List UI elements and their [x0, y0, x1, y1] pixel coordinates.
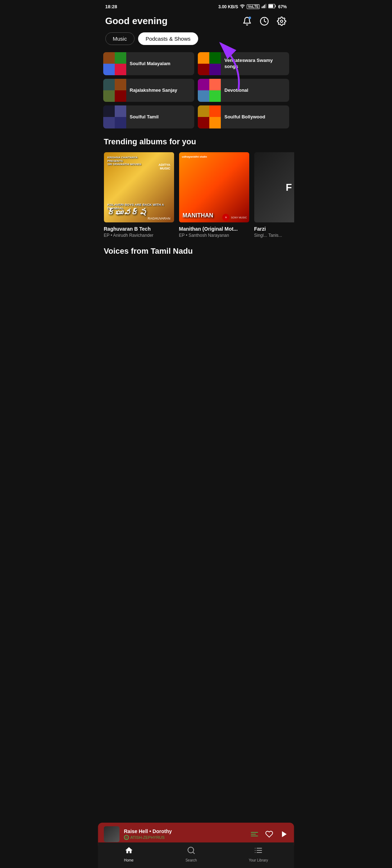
tabs-container: Music Podcasts & Shows	[98, 32, 294, 52]
album-card-manithan[interactable]: udhayanidhi stalin MANITHAN S SONY MUSIC…	[179, 152, 249, 238]
grid-card-soulful-tamil[interactable]: Soulful Tamil	[103, 105, 195, 128]
bell-button[interactable]	[242, 16, 252, 27]
battery-icon	[268, 4, 276, 9]
album-cover: udhayanidhi stalin MANITHAN S SONY MUSIC	[179, 152, 249, 222]
grid-card-devotional[interactable]: Devotional	[198, 79, 289, 102]
signal-icon	[261, 4, 266, 10]
album-card-farzi[interactable]: F Farzi Singl... Tanis...	[254, 152, 294, 238]
header-icons	[242, 16, 287, 27]
status-time: 18:28	[105, 4, 117, 9]
tab-podcasts[interactable]: Podcasts & Shows	[138, 32, 198, 45]
grid-card-img	[103, 52, 126, 75]
svg-rect-6	[275, 5, 276, 7]
quick-grid: Soulful Malayalam Venkateswara Swamy son…	[98, 52, 294, 137]
svg-point-9	[280, 20, 283, 22]
settings-button[interactable]	[276, 16, 287, 27]
trending-section-title: Trending albums for you	[98, 137, 294, 152]
album-name: Manithan (Original Mot...	[179, 226, 249, 232]
grid-card-img	[103, 105, 126, 128]
album-name: Raghuvaran B Tech	[104, 226, 174, 232]
album-sub: EP • Santhosh Narayanan	[179, 233, 249, 238]
wifi-icon	[240, 4, 245, 10]
album-name: Farzi	[254, 226, 294, 232]
greeting-text: Good evening	[105, 15, 168, 27]
svg-rect-2	[263, 6, 264, 8]
volte-icon: VoLTE	[247, 4, 260, 9]
album-card-rbt[interactable]: KRISHNA CHAITANYAPRESENTSSRI SRAVANTHI M…	[104, 152, 174, 238]
grid-card-venkateswara[interactable]: Venkateswara Swamy songs	[198, 52, 289, 75]
svg-point-0	[242, 8, 243, 8]
svg-rect-1	[262, 6, 263, 8]
grid-card-label: Venkateswara Swamy songs	[221, 58, 289, 70]
network-speed: 3.00 KB/S	[218, 4, 238, 9]
album-sub: EP • Anirudh Ravichander	[104, 233, 174, 238]
history-button[interactable]	[259, 16, 270, 27]
voices-section: Voices from Tamil Nadu	[98, 247, 294, 301]
header: Good evening	[98, 12, 294, 32]
album-cover: KRISHNA CHAITANYAPRESENTSSRI SRAVANTHI M…	[104, 152, 174, 222]
status-right: 3.00 KB/S VoLTE 67%	[218, 4, 287, 10]
grid-card-soulful-bollywood[interactable]: Soulful Bollywood	[198, 105, 289, 128]
svg-rect-3	[264, 5, 265, 8]
tab-music[interactable]: Music	[105, 32, 135, 45]
svg-rect-4	[266, 4, 266, 8]
album-sub: Singl... Tanis...	[254, 233, 294, 238]
grid-card-img	[103, 79, 126, 102]
grid-card-label: Soulful Malayalam	[126, 61, 174, 67]
bell-notification-dot	[249, 17, 251, 19]
battery-pct: 67%	[278, 4, 287, 9]
voices-section-title: Voices from Tamil Nadu	[104, 247, 288, 256]
grid-card-img	[198, 52, 221, 75]
grid-card-img	[198, 105, 221, 128]
albums-scroll: KRISHNA CHAITANYAPRESENTSSRI SRAVANTHI M…	[98, 152, 294, 247]
grid-card-label: Soulful Bollywood	[221, 114, 269, 120]
grid-card-label: Rajalakshmee Sanjay	[126, 87, 181, 94]
grid-card-soulful-malayalam[interactable]: Soulful Malayalam	[103, 52, 195, 75]
grid-card-img	[198, 79, 221, 102]
grid-card-rajalakshmee[interactable]: Rajalakshmee Sanjay	[103, 79, 195, 102]
grid-card-label: Devotional	[221, 87, 252, 94]
grid-card-label: Soulful Tamil	[126, 114, 163, 120]
status-bar: 18:28 3.00 KB/S VoLTE	[98, 0, 294, 12]
svg-rect-7	[269, 5, 273, 8]
album-cover: F	[254, 152, 294, 222]
